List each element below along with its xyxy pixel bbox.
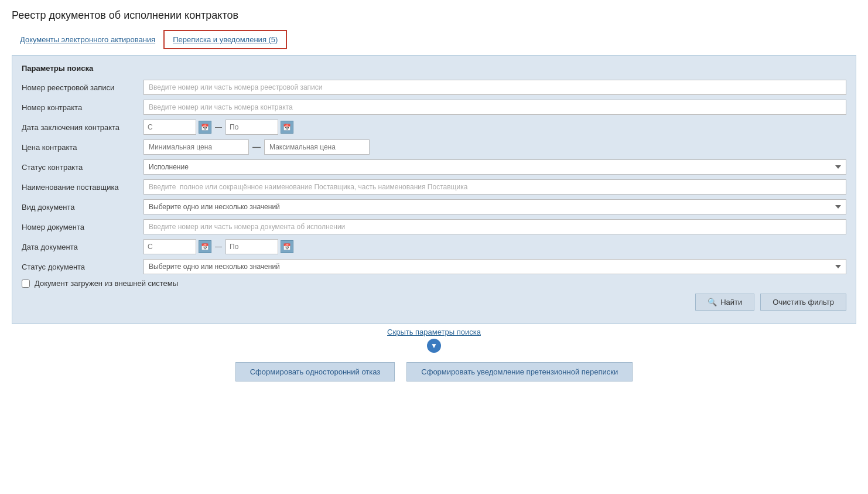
document-date-range: 📅 — 📅 (143, 239, 846, 254)
collapse-search-row[interactable]: Скрыть параметры поиска ▼ (12, 328, 856, 353)
search-button-label: Найти (720, 298, 742, 306)
contract-price-max[interactable] (264, 139, 370, 155)
document-number-input[interactable] (143, 219, 846, 234)
search-buttons-row: 🔍 Найти Очистить фильтр (22, 294, 846, 311)
tabs-container: Документы электронного актирования Переп… (12, 30, 856, 49)
collapse-arrow-icon: ▼ (427, 339, 441, 353)
document-type-select[interactable]: Выберите одно или несколько значений (143, 199, 846, 214)
registry-number-input[interactable] (143, 80, 846, 95)
document-type-row: Вид документа Выберите одно или нескольк… (22, 199, 846, 214)
unilateral-refusal-button[interactable]: Сформировать односторонний отказ (235, 362, 395, 381)
document-date-row: Дата документа 📅 — 📅 (22, 239, 846, 254)
registry-number-row: Номер реестровой записи (22, 80, 846, 95)
contract-status-row: Статус контракта Исполнение (22, 159, 846, 175)
contract-date-to[interactable] (225, 120, 278, 135)
search-button[interactable]: 🔍 Найти (695, 294, 754, 311)
document-date-separator: — (214, 243, 223, 251)
search-panel: Параметры поиска Номер реестровой записи… (12, 55, 856, 324)
pretension-notice-button[interactable]: Сформировать уведомление претензионной п… (406, 362, 633, 381)
contract-price-min[interactable] (143, 139, 249, 155)
search-icon: 🔍 (708, 298, 717, 306)
contract-date-separator: — (214, 123, 223, 131)
tab-electronic[interactable]: Документы электронного актирования (12, 30, 163, 49)
contract-date-label: Дата заключения контракта (22, 123, 139, 132)
document-number-row: Номер документа (22, 219, 846, 234)
contract-status-label: Статус контракта (22, 163, 139, 172)
clear-filter-button[interactable]: Очистить фильтр (760, 294, 846, 311)
contract-date-range: 📅 — 📅 (143, 120, 846, 135)
document-type-label: Вид документа (22, 203, 139, 212)
document-date-from[interactable] (143, 239, 196, 254)
contract-date-from-icon[interactable]: 📅 (199, 121, 211, 134)
page-title: Реестр документов об исполнении контракт… (12, 9, 856, 22)
tab-correspondence[interactable]: Переписка и уведомления (5) (163, 30, 287, 49)
contract-status-select[interactable]: Исполнение (143, 159, 846, 175)
document-status-select[interactable]: Выберите одно или несколько значений (143, 259, 846, 274)
bottom-buttons-row: Сформировать односторонний отказ Сформир… (12, 362, 856, 381)
external-system-label: Документ загружен из внешней системы (35, 279, 178, 288)
contract-price-range: — (143, 139, 846, 155)
contract-date-from[interactable] (143, 120, 196, 135)
external-system-checkbox-row: Документ загружен из внешней системы (22, 279, 846, 288)
external-system-checkbox[interactable] (22, 280, 30, 288)
document-date-label: Дата документа (22, 243, 139, 251)
registry-number-label: Номер реестровой записи (22, 83, 139, 92)
search-panel-title: Параметры поиска (22, 64, 846, 73)
document-date-from-icon[interactable]: 📅 (199, 240, 211, 253)
supplier-name-row: Наименование поставщика (22, 179, 846, 195)
contract-date-to-icon[interactable]: 📅 (281, 121, 293, 134)
collapse-search-label: Скрыть параметры поиска (387, 328, 481, 336)
supplier-name-input[interactable] (143, 179, 846, 195)
document-date-to-icon[interactable]: 📅 (281, 240, 293, 253)
document-status-row: Статус документа Выберите одно или неско… (22, 259, 846, 274)
contract-price-row: Цена контракта — (22, 139, 846, 155)
contract-price-label: Цена контракта (22, 143, 139, 152)
document-number-label: Номер документа (22, 223, 139, 231)
price-separator: — (252, 142, 261, 152)
document-date-to[interactable] (225, 239, 278, 254)
contract-number-row: Номер контракта (22, 100, 846, 115)
contract-date-row: Дата заключения контракта 📅 — 📅 (22, 120, 846, 135)
contract-number-label: Номер контракта (22, 103, 139, 112)
contract-number-input[interactable] (143, 100, 846, 115)
document-status-label: Статус документа (22, 263, 139, 271)
supplier-name-label: Наименование поставщика (22, 183, 139, 192)
